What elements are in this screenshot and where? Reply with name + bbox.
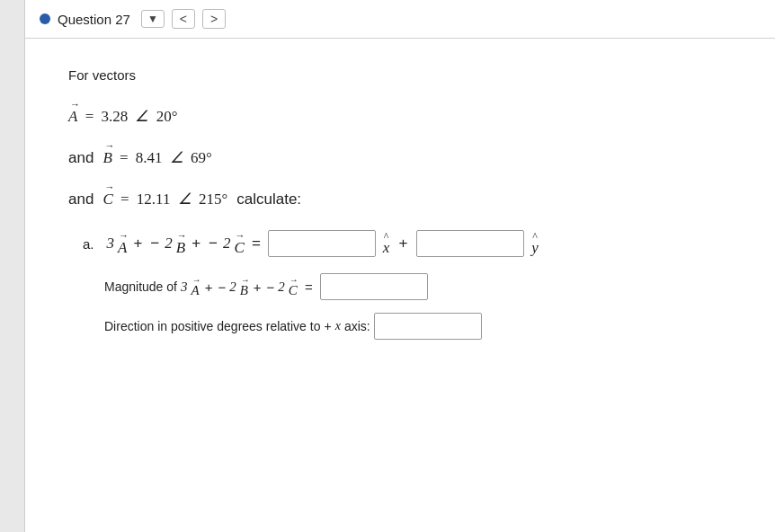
and-b-label: and (68, 149, 94, 167)
vector-c-expr: → C = 12.11 ∠ 215° (102, 182, 227, 208)
question-header: Question 27 ▼ < > (25, 0, 775, 39)
prev-button[interactable]: < (172, 9, 195, 29)
direction-input[interactable] (374, 313, 482, 340)
question-title: Question 27 (58, 12, 130, 27)
part-a-label: a. (83, 236, 94, 252)
question-dot (40, 13, 50, 24)
calculate-label: calculate: (236, 191, 301, 208)
dropdown-button[interactable]: ▼ (141, 10, 165, 28)
direction-prefix: Direction in positive degrees relative t… (104, 319, 320, 333)
answer-y-input[interactable] (416, 230, 524, 257)
vector-c-line: and → C = 12.11 ∠ 215° calculate: (68, 182, 739, 208)
part-a-section: a. 3 → A + − 2 → B + − 2 (68, 230, 739, 340)
vector-a-line: → A = 3.28 ∠ 20° (68, 99, 739, 126)
left-sidebar (0, 0, 25, 532)
answer-x-input[interactable] (268, 230, 376, 257)
magnitude-line: Magnitude of 3 → A + − 2 → B + − 2 (83, 273, 739, 300)
for-vectors-label: For vectors (68, 67, 739, 83)
main-content: Question 27 ▼ < > For vectors → A = 3.28… (25, 0, 775, 532)
problem-body: For vectors → A = 3.28 ∠ 20° and (25, 39, 775, 361)
and-c-label: and (68, 191, 94, 208)
magnitude-input[interactable] (320, 273, 428, 300)
part-a-equation-line: a. 3 → A + − 2 → B + − 2 (83, 230, 739, 257)
vector-b-expr: → B = 8.41 ∠ 69° (102, 140, 212, 167)
direction-line: Direction in positive degrees relative t… (83, 313, 739, 340)
page-container: Question 27 ▼ < > For vectors → A = 3.28… (0, 0, 775, 532)
next-button[interactable]: > (202, 9, 226, 29)
vector-b-line: and → B = 8.41 ∠ 69° (68, 140, 739, 167)
vector-a-expr: → A = 3.28 ∠ 20° (68, 99, 178, 126)
magnitude-prefix: Magnitude of (104, 279, 177, 294)
